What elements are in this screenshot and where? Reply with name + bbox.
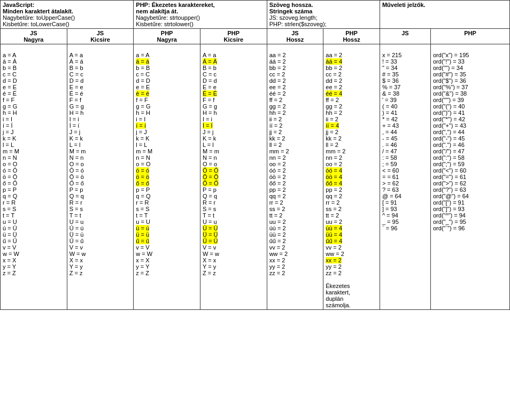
php-kicsire-col: A = aÁ = ÁB = bC = cD = dE = eÉ = ÉF = f… — [200, 44, 267, 310]
col-header-js-kics: JSKicsire — [67, 29, 134, 44]
header-js: JavaScript:Minden karaktert átalakít. Na… — [1, 1, 134, 29]
php-col: ord("x") = 195ord("!") = 33ord('"') = 34… — [430, 44, 509, 310]
js-col: x = 215! = 33" = 34# = 35$ = 36% = 37& =… — [380, 44, 430, 310]
col-header-php-nagy: PHPNagyra — [134, 29, 200, 44]
col-header-php-hossz: PHPHossz — [323, 29, 380, 44]
col-header-js: JS — [380, 29, 430, 44]
column-headers-row: JSNagyra JSKicsire PHPNagyra PHPKicsire … — [1, 29, 510, 44]
js-kicsire-col: A = aÁ = áB = bC = cD = dE = eÉ = éF = f… — [67, 44, 134, 310]
col-header-php-kics: PHPKicsire — [200, 29, 267, 44]
header-length: Szöveg hossza.Stringek száma JS: szoveg.… — [267, 1, 380, 29]
data-row: a = Aá = Áb = Bc = Cd = De = Eé = Éf = F… — [1, 44, 510, 310]
js-hossz-col: aa = 2áá = 2bb = 2cc = 2dd = 2ee = 2éé =… — [267, 44, 323, 310]
php-hossz-col: aa = 2áá = 4bb = 2cc = 2dd = 2ee = 2éé =… — [323, 44, 380, 310]
col-header-js-nagy: JSNagyra — [1, 29, 67, 44]
header-php: PHP: Ékezetes karaktereket,nem alakítja … — [134, 1, 267, 29]
col-header-js-hossz: JSHossz — [267, 29, 323, 44]
col-header-php: PHP — [430, 29, 509, 44]
header-description-row: JavaScript:Minden karaktert átalakít. Na… — [1, 1, 510, 29]
header-ops: Műveleti jelzők. — [380, 1, 509, 29]
js-nagyra-col: a = Aá = Áb = Bc = Cd = De = Eé = Éf = F… — [1, 44, 67, 310]
php-nagyra-col: a = Aá = áb = Bc = Cd = De = Eé = éf = F… — [134, 44, 200, 310]
main-table: JavaScript:Minden karaktert átalakít. Na… — [0, 0, 510, 310]
